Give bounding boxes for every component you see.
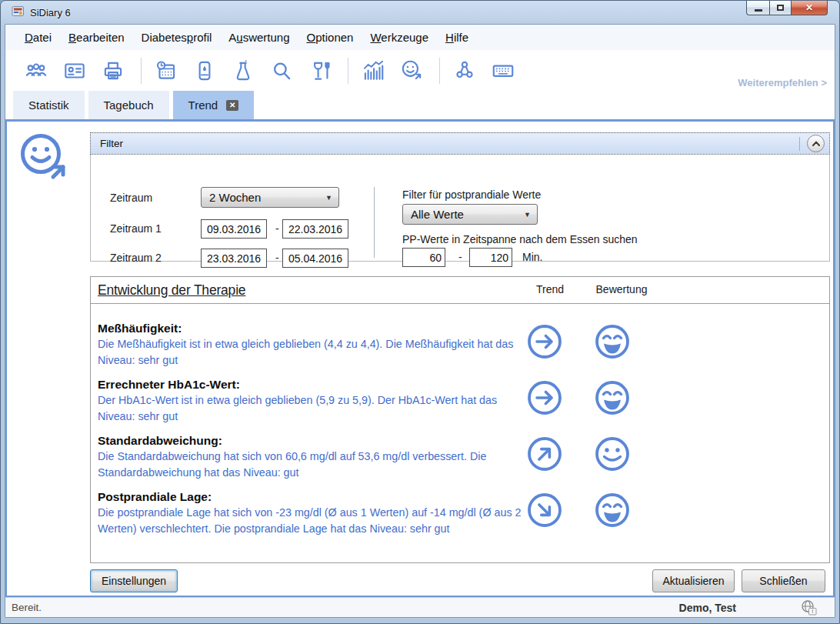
minimize-button[interactable] (746, 1, 769, 15)
zeitraum1-from-input[interactable] (201, 219, 267, 239)
tab-statistik[interactable]: Statistik (13, 91, 85, 119)
pp-filter-label: Filter für postprandiale Werte (402, 189, 541, 201)
rating-column-header: Bewertung (587, 283, 656, 295)
zeitraum1-label: Zeitraum 1 (110, 222, 162, 235)
app-icon (12, 5, 25, 21)
pp-filter-dropdown[interactable]: Alle Werte▼ (402, 204, 538, 225)
keyboard-icon[interactable] (489, 57, 517, 85)
therapy-header: Entwicklung der Therapie Trend Bewertung (91, 277, 829, 304)
minimize-icon (755, 9, 762, 12)
therapy-rows: Meßhäufigkeit: Die Meßhäufigkeit ist in … (91, 314, 829, 539)
trend-arrow-up-right-icon (526, 435, 563, 472)
settings-button[interactable]: Einstellungen (90, 569, 178, 592)
tab-close-icon[interactable]: ✕ (226, 100, 238, 111)
zeitraum1-to-input[interactable] (282, 219, 348, 239)
pp-unit-label: Min. (522, 251, 542, 263)
menu-auswertung[interactable]: Auswertung (220, 28, 298, 47)
therapy-panel: Entwicklung der Therapie Trend Bewertung… (90, 276, 830, 563)
row-text: Die Standardabweichung hat sich von 60,6… (98, 449, 522, 481)
row-title: Standardabweichung: (98, 434, 829, 448)
row-title: Errechneter HbA1c-Wert: (98, 378, 829, 392)
therapy-row-standardabweichung: Standardabweichung: Die Standardabweichu… (91, 426, 829, 482)
online-status-icon[interactable]: ! (800, 599, 818, 618)
lab-flask-icon[interactable] (229, 57, 257, 85)
menu-datei[interactable]: Datei (16, 28, 60, 47)
rating-laugh-smiley-icon (594, 492, 631, 529)
zeitraum2-from-input[interactable] (201, 249, 267, 268)
rating-laugh-smiley-icon (594, 323, 631, 360)
filter-header: Filter (90, 132, 830, 155)
row-title: Meßhäufigkeit: (98, 322, 829, 335)
menu-optionen[interactable]: Optionen (298, 28, 362, 47)
status-text: Bereit. (12, 602, 42, 613)
collapse-filter-button[interactable] (807, 135, 825, 152)
rating-laugh-smiley-icon (594, 379, 631, 416)
statistics-chart-icon[interactable] (359, 57, 387, 85)
svg-text:!: ! (812, 608, 813, 615)
chevron-down-icon: ▼ (325, 194, 332, 202)
therapy-title: Entwicklung der Therapie (98, 282, 245, 299)
chevron-up-icon (812, 140, 821, 147)
trend-smiley-icon[interactable] (398, 57, 425, 85)
row-title: Postprandiale Lage: (98, 490, 829, 504)
app-frame: Datei Bearbeiten Diabetesprofil Auswertu… (5, 24, 835, 618)
menu-bearbeiten[interactable]: Bearbeiten (60, 28, 133, 47)
title-bar[interactable]: SiDiary 6 ✕ (5, 1, 835, 24)
trend-arrow-right-icon (526, 323, 563, 360)
trend-arrow-down-right-icon (526, 492, 563, 529)
trend-arrow-right-icon (526, 379, 563, 416)
separator (799, 137, 800, 151)
close-tab-button[interactable]: Schließen (742, 569, 825, 592)
zeitraum2-label: Zeitraum 2 (110, 252, 162, 264)
zeitraum-label: Zeitraum (110, 192, 152, 204)
row-text: Die postprandiale Lage hat sich von -23 … (98, 505, 522, 537)
recommend-link[interactable]: Weiterempfehlen > (738, 77, 827, 88)
chevron-down-icon: ▼ (524, 211, 531, 219)
patients-icon[interactable] (22, 57, 50, 85)
maximize-icon (777, 5, 784, 11)
therapy-row-postprandiale-lage: Postprandiale Lage: Die postprandiale La… (91, 482, 829, 539)
pp-from-input[interactable] (402, 248, 445, 267)
status-bar: Bereit. Demo, Test ! (5, 597, 835, 617)
menu-hilfe[interactable]: Hilfe (437, 28, 477, 47)
menu-bar: Datei Bearbeiten Diabetesprofil Auswertu… (5, 25, 835, 50)
meter-device-icon[interactable] (191, 57, 218, 85)
row-text: Die Meßhäufigkeit ist in etwa gleich geb… (98, 336, 522, 369)
therapy-row-hba1c: Errechneter HbA1c-Wert: Der HbA1c-Wert i… (91, 370, 829, 426)
filter-title: Filter (100, 138, 123, 149)
range-dash: - (458, 251, 462, 263)
range-dash: - (275, 222, 279, 235)
refresh-button[interactable]: Aktualisieren (652, 569, 735, 592)
tab-trend[interactable]: Trend✕ (173, 91, 255, 119)
toolbar-separator (348, 58, 348, 84)
maximize-button[interactable] (769, 1, 792, 15)
patient-card-icon[interactable] (61, 57, 88, 85)
app-window: SiDiary 6 ✕ Datei Bearbeiten Diabetespro… (0, 0, 840, 624)
search-icon[interactable] (268, 57, 295, 85)
range-dash: - (275, 252, 279, 264)
toolbar: Weiterempfehlen > (5, 50, 835, 91)
menu-diabetesprofil[interactable]: Diabetesprofil (133, 28, 221, 47)
share-icon[interactable] (451, 57, 478, 85)
menu-werkzeuge[interactable]: Werkzeuge (362, 28, 437, 47)
tab-tagebuch[interactable]: Tagebuch (88, 91, 169, 119)
close-button[interactable]: ✕ (792, 1, 828, 15)
toolbar-separator (141, 58, 142, 84)
close-icon: ✕ (805, 2, 813, 13)
tab-bar: Statistik Tagebuch Trend✕ (5, 91, 835, 119)
print-icon[interactable] (99, 57, 127, 85)
current-user: Demo, Test (679, 602, 736, 614)
pp-to-input[interactable] (469, 248, 512, 267)
filter-panel: Filter Zeitraum 2 Wochen▼ Zeitraum 1 (90, 132, 830, 262)
food-glass-icon[interactable] (306, 57, 334, 85)
window-title: SiDiary 6 (30, 7, 71, 18)
zeitraum2-to-input[interactable] (282, 249, 348, 268)
toolbar-separator (439, 58, 440, 84)
zeitraum-dropdown[interactable]: 2 Wochen▼ (201, 187, 339, 208)
rating-smile-smiley-icon (594, 435, 631, 472)
pp-range-label: PP-Werte in Zeitspanne nach dem Essen su… (402, 233, 638, 245)
trend-column-header: Trend (532, 283, 568, 295)
trend-page-smiley-icon (17, 130, 72, 190)
diary-calendar-icon[interactable] (152, 57, 180, 85)
row-text: Der HbA1c-Wert ist in etwa gleich geblie… (98, 392, 522, 425)
